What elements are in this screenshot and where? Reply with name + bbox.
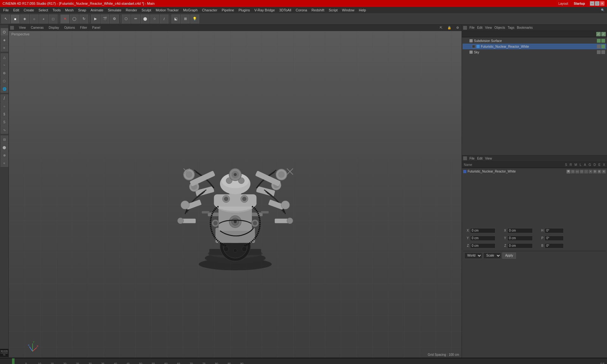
sculpt-brush-button[interactable]: ⬤ <box>141 15 150 23</box>
object-mode-btn[interactable]: ⬡ <box>1 28 8 36</box>
object-item-sky[interactable]: Sky <box>463 49 606 55</box>
material-btn[interactable]: ⬤ <box>1 143 8 151</box>
coord-h-input[interactable] <box>545 228 564 233</box>
world-dropdown[interactable]: World <box>464 252 482 259</box>
menu-window[interactable]: Window <box>340 8 356 13</box>
coord-x-input[interactable] <box>470 228 495 233</box>
menu-plugins[interactable]: Plugins <box>236 8 252 13</box>
object-item-reactor[interactable]: Futuristic_Nuclear_Reactor_White <box>463 44 606 49</box>
attr-ctrl-3[interactable]: — <box>575 170 579 173</box>
attr-ctrl-6[interactable]: + <box>589 170 592 173</box>
polygon-btn[interactable]: △ <box>1 53 8 61</box>
move-button[interactable]: ✕ <box>60 15 69 23</box>
viewport-tab-filter[interactable]: Filter <box>79 25 88 30</box>
uv-button[interactable]: ⊞ <box>181 15 190 23</box>
apply-button[interactable]: Apply <box>502 252 516 259</box>
move-tool-button[interactable]: ↖ <box>1 15 10 23</box>
magnet-button[interactable]: ☆ <box>150 15 159 23</box>
paint-button[interactable]: ✏ <box>131 15 140 23</box>
generator-btn[interactable]: ⚙ <box>1 69 8 77</box>
scale-button[interactable]: ◯ <box>70 15 79 23</box>
knife-button[interactable]: / <box>160 15 169 23</box>
edge-mode-button[interactable]: + <box>39 15 48 23</box>
attr-ctrl-5[interactable]: · <box>584 170 588 173</box>
coord-z-input[interactable] <box>470 243 495 248</box>
menu-help[interactable]: Help <box>357 8 368 13</box>
sky-cb2[interactable] <box>601 50 605 54</box>
sky-cb1[interactable] <box>597 50 601 54</box>
menu-file[interactable]: File <box>1 8 11 13</box>
deformer-btn[interactable]: ⬡ <box>1 77 8 85</box>
attr-ctrl-7[interactable]: D <box>593 170 597 173</box>
render-picture-button[interactable]: 🎬 <box>101 15 109 23</box>
attr-ctrl-4[interactable]: □ <box>580 170 584 173</box>
texture-mode-button[interactable]: ◈ <box>20 15 29 23</box>
viewport-settings-button[interactable]: ⚙ <box>455 25 460 31</box>
viewport-3d[interactable]: Grid Spacing : 100 cm X Z Y <box>9 31 462 358</box>
spline-btn[interactable]: ~ <box>1 61 8 69</box>
helix-btn[interactable]: ∿ <box>1 126 8 134</box>
coord-p-input[interactable] <box>545 236 564 241</box>
om-view[interactable]: View <box>485 26 492 29</box>
object-item-subdiv[interactable]: Subdivision Surface <box>463 38 606 44</box>
menu-corona[interactable]: Corona <box>294 8 309 13</box>
am-file[interactable]: File <box>469 157 475 160</box>
menu-pipeline[interactable]: Pipeline <box>220 8 236 13</box>
om-bookmarks[interactable]: Bookmarks <box>517 26 533 29</box>
subdiv-cb2[interactable] <box>601 39 605 43</box>
viewport-tab-view[interactable]: View <box>18 25 27 30</box>
coord-ry-input[interactable] <box>507 236 533 241</box>
light-button[interactable]: 💡 <box>190 15 199 23</box>
menu-mesh[interactable]: Mesh <box>63 8 76 13</box>
close-button[interactable]: ✕ <box>600 1 604 6</box>
rotate-button[interactable]: ↻ <box>79 15 88 23</box>
attr-row-reactor[interactable]: Futuristic_Nuclear_Reactor_White 👁 □ — □… <box>463 169 606 174</box>
selection-btn[interactable]: S <box>1 118 8 126</box>
line-tool-btn[interactable]: / <box>1 94 8 102</box>
scene-btn[interactable]: 🌐 <box>1 85 8 93</box>
viewport-tab-cameras[interactable]: Cameras <box>30 25 45 30</box>
om-objects[interactable]: Objects <box>494 26 505 29</box>
view-perspective-button[interactable]: ⬡ <box>122 15 131 23</box>
menu-create[interactable]: Create <box>22 8 36 13</box>
menu-3dtoall[interactable]: 3DToAll <box>277 8 293 13</box>
point-mode-button[interactable]: ○ <box>30 15 39 23</box>
render-preview-button[interactable]: ▶ <box>91 15 100 23</box>
menu-animate[interactable]: Animate <box>89 8 105 13</box>
attr-ctrl-render[interactable]: □ <box>571 170 575 173</box>
poly-mode-button[interactable]: □ <box>49 15 58 23</box>
menu-motion-tracker[interactable]: Motion Tracker <box>154 8 181 13</box>
circle-tool-btn[interactable]: ○ <box>1 102 8 110</box>
viewport-expand-button[interactable]: ⇱ <box>438 25 444 31</box>
extra-btn[interactable]: ≈ <box>1 159 8 167</box>
om-header-check1[interactable]: ✓ <box>596 32 601 36</box>
workplane-btn[interactable]: ≡ <box>1 44 8 52</box>
viewport-tab-panel[interactable]: Panel <box>91 25 102 30</box>
am-edit[interactable]: Edit <box>477 157 482 160</box>
om-header-check2[interactable]: ✓ <box>601 32 606 36</box>
maximize-button[interactable]: □ <box>595 1 599 6</box>
menu-snap[interactable]: Snap <box>76 8 88 13</box>
texture-axis-btn[interactable]: ◈ <box>1 36 8 44</box>
menu-redshift[interactable]: Redshift <box>310 8 326 13</box>
om-file[interactable]: File <box>469 26 475 29</box>
window-controls[interactable]: ─ □ ✕ <box>590 1 604 6</box>
subdiv-cb1[interactable] <box>597 39 601 43</box>
viewport-tab-display[interactable]: Display <box>47 25 60 30</box>
menu-sculpt[interactable]: Sculpt <box>140 8 153 13</box>
scale-dropdown[interactable]: Scale <box>483 252 501 259</box>
coord-rz-input[interactable] <box>507 243 533 248</box>
layer-btn[interactable]: ⊟ <box>1 136 8 143</box>
coord-b-input[interactable] <box>545 243 564 248</box>
attr-ctrl-eye[interactable]: 👁 <box>567 170 570 173</box>
attr-ctrl-x[interactable]: X <box>602 170 606 173</box>
viewport-lock-button[interactable]: 🔒 <box>446 25 452 31</box>
menu-simulate[interactable]: Simulate <box>106 8 123 13</box>
render-settings-button[interactable]: ⚙ <box>110 15 119 23</box>
coord-rx-input[interactable] <box>507 228 533 233</box>
menu-tools[interactable]: Tools <box>51 8 63 13</box>
viewport-tab-options[interactable]: Options <box>63 25 76 30</box>
attr-ctrl-8[interactable]: E <box>598 170 601 173</box>
dollar-btn[interactable]: $ <box>1 110 8 118</box>
menu-select[interactable]: Select <box>37 8 50 13</box>
